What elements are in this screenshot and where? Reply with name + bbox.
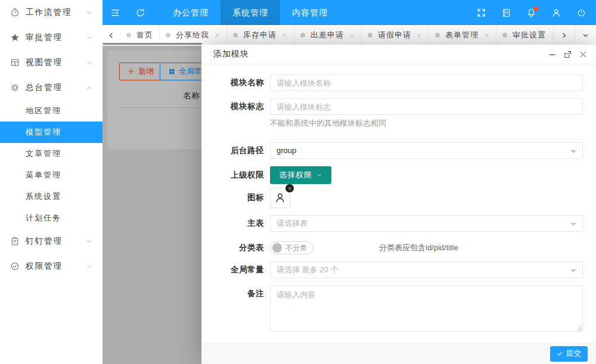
tab-label: 审批设置: [513, 30, 546, 41]
tab-label: 分享给我: [176, 30, 209, 41]
tab-dot-icon: [300, 33, 305, 38]
main-table-select[interactable]: 请选择表: [270, 215, 583, 232]
remark-textarea[interactable]: [270, 285, 583, 332]
fullscreen-button[interactable]: [468, 0, 493, 25]
category-toggle[interactable]: 不分类: [270, 241, 313, 254]
remark-label: 备注: [213, 285, 270, 332]
sidebar-subitem[interactable]: 菜单管理: [0, 164, 103, 186]
modal-controls: [548, 50, 588, 59]
logout-button[interactable]: [569, 0, 594, 25]
tab-close-icon[interactable]: [483, 32, 490, 39]
sidebar-item[interactable]: 总台管理: [0, 75, 103, 100]
chevron-down-icon: [582, 32, 589, 39]
sidebar-subitem[interactable]: 地区管理: [0, 100, 103, 122]
refresh-icon: [135, 8, 145, 18]
sidebar-item[interactable]: 权限管理: [0, 254, 103, 279]
refresh-button[interactable]: [128, 0, 153, 25]
chevron-up-icon: [85, 85, 94, 91]
close-icon: [288, 186, 292, 191]
global-constant-select[interactable]: 请选择 最多 20 个: [270, 262, 583, 278]
tabs-scroll-left-button[interactable]: [103, 25, 120, 45]
page-tab[interactable]: 出差申请: [294, 25, 362, 45]
submit-button-label: 提交: [566, 349, 581, 359]
tab-label: 首页: [136, 30, 153, 41]
gear-icon: [10, 83, 20, 92]
sidebar-item-label: 权限管理: [26, 261, 85, 272]
chevron-down-icon: [85, 60, 94, 66]
sidebar-item-label: 总台管理: [26, 82, 85, 93]
minimize-icon[interactable]: [548, 50, 557, 59]
main-table-label: 主表: [213, 215, 270, 232]
selected-user-icon: [274, 192, 286, 204]
chevron-right-icon: [560, 32, 568, 39]
sidebar: 工作流管理审批管理视图管理总台管理地区管理模型管理文章管理菜单管理系统设置计划任…: [0, 0, 103, 364]
select-permission-button[interactable]: 选择权限: [270, 166, 331, 184]
top-nav-tab-active[interactable]: 系统管理: [221, 0, 280, 25]
top-nav-tab[interactable]: 办公管理: [161, 0, 221, 25]
user-button[interactable]: [544, 0, 569, 25]
tabs-menu-button[interactable]: [575, 25, 596, 45]
global-constant-placeholder: 请选择 最多 20 个: [277, 265, 338, 274]
notifications-button[interactable]: [519, 0, 544, 25]
modal-body: 模块名称 模块标志 不能和系统中的其他模块标志相同 后台路径 group 上级权…: [201, 64, 596, 343]
sidebar-item-label: 钉钉管理: [26, 236, 85, 247]
tab-close-icon[interactable]: [214, 32, 221, 39]
shield-check-icon: [10, 262, 20, 271]
close-icon[interactable]: [579, 50, 588, 59]
tab-dot-icon: [502, 33, 507, 38]
page-tab[interactable]: 分享给我: [160, 25, 227, 45]
top-nav-tab[interactable]: 内容管理: [280, 0, 340, 25]
select-permission-button-label: 选择权限: [279, 170, 312, 181]
page-tabbar: 首页分享给我库存申请出差申请请假申请表单管理审批设置模型管理: [103, 25, 596, 46]
dropdown-arrow-icon: [570, 269, 576, 272]
sidebar-item[interactable]: 视图管理: [0, 50, 103, 75]
sidebar-subitem[interactable]: 计划任务: [0, 207, 103, 229]
topbar: 办公管理系统管理内容管理: [103, 0, 596, 25]
user-icon: [551, 8, 561, 18]
dropdown-arrow-icon: [570, 223, 576, 226]
dropdown-arrow-icon: [570, 150, 576, 153]
page-tab[interactable]: 首页: [120, 25, 160, 45]
sidebar-subitem-active[interactable]: 模型管理: [0, 122, 103, 143]
page-tab[interactable]: 审批设置: [496, 25, 553, 45]
tab-label: 请假申请: [378, 30, 411, 41]
backend-path-select[interactable]: group: [270, 142, 583, 159]
tab-close-icon[interactable]: [416, 32, 423, 39]
notes-button[interactable]: [493, 0, 519, 25]
sidebar-item[interactable]: 钉钉管理: [0, 229, 103, 254]
parent-permission-label: 上级权限: [213, 166, 270, 184]
page-tab[interactable]: 库存申请: [227, 25, 294, 45]
module-flag-label: 模块标志: [213, 98, 270, 128]
page-tab[interactable]: 表单管理: [429, 25, 496, 45]
module-flag-help: 不能和系统中的其他模块标志相同: [270, 119, 583, 128]
module-name-label: 模块名称: [213, 74, 270, 91]
tab-label: 表单管理: [445, 30, 479, 41]
tabs-scroll-right-button[interactable]: [553, 25, 575, 45]
page-tab[interactable]: 请假申请: [362, 25, 429, 45]
chevron-down-icon: [85, 35, 94, 41]
topbar-actions: [468, 0, 596, 25]
tab-close-icon[interactable]: [349, 32, 355, 39]
module-name-input[interactable]: [270, 74, 583, 91]
sidebar-subitem[interactable]: 文章管理: [0, 143, 103, 164]
sidebar-item[interactable]: 工作流管理: [0, 0, 103, 25]
module-flag-input[interactable]: [270, 98, 583, 115]
remove-icon-button[interactable]: [285, 184, 294, 192]
notification-badge: [533, 7, 538, 11]
tab-dot-icon: [233, 33, 238, 38]
tabbar-scrollbar[interactable]: [103, 43, 202, 45]
notes-icon: [501, 8, 511, 18]
menu-fold-button[interactable]: [103, 0, 128, 25]
backend-path-label: 后台路径: [213, 142, 270, 159]
fullscreen-icon: [476, 8, 486, 18]
category-table-help: 分类表应包含id/pid/title: [379, 241, 458, 254]
sidebar-subitem[interactable]: 系统设置: [0, 186, 103, 207]
sidebar-item[interactable]: 审批管理: [0, 25, 103, 50]
chevron-down-icon: [316, 172, 322, 178]
maximize-icon[interactable]: [563, 50, 572, 59]
tab-dot-icon: [166, 33, 170, 38]
submit-button[interactable]: 提交: [550, 346, 588, 362]
chevron-down-icon: [85, 238, 94, 245]
tab-close-icon[interactable]: [281, 32, 288, 39]
sidebar-item-label: 工作流管理: [26, 7, 85, 18]
